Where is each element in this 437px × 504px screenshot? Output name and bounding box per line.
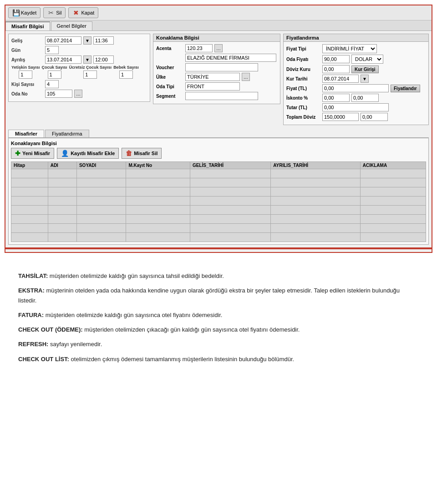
oda-no-browse[interactable]: … [74,90,82,98]
save-button[interactable]: 💾 Kaydet [8,7,41,18]
term-ekstra: EKSTRA: [18,287,45,294]
hotel-window: 💾 Kaydet ✂ Sil ✖ Kapat Misafir Bilgisi G… [5,5,432,253]
col-mkayitno: M.Kayıt No [126,162,190,169]
oda-no-input[interactable] [45,90,72,98]
acenta-name-row [156,54,277,62]
toplam-doviz-row: Toplam Döviz [286,113,426,121]
term-checkout-list: CHECK OUT LİST: [18,356,69,363]
form-area: Geliş ▼ Gün [5,31,432,247]
gun-input[interactable] [45,46,59,54]
table-row [11,178,426,187]
toolbar: 💾 Kaydet ✂ Sil ✖ Kapat [5,5,432,20]
close-icon: ✖ [72,9,80,16]
toplam-doviz-label: Toplam Döviz [286,115,320,120]
doviz-kuru-input[interactable] [322,65,350,73]
fiyat-tipi-select[interactable]: İNDİRİMLİ FİYAT [322,44,377,53]
gelis-row: Geliş ▼ [11,36,147,45]
delete-icon: ✂ [47,9,55,16]
oda-fiyati-input[interactable] [322,55,350,63]
tab-misafir-bilgisi[interactable]: Misafir Bilgisi [5,21,50,30]
kur-girisi-button[interactable]: Kur Girişi [351,66,379,73]
fiyat-tl-input[interactable] [322,84,389,92]
left-column: Geliş ▼ Gün [8,34,150,128]
gelis-date-picker[interactable]: ▼ [83,36,91,45]
segment-input[interactable] [185,92,258,100]
delete-button[interactable]: ✂ Sil [43,7,66,18]
guest-table-header-row: Hitap ADI SOYADI M.Kayıt No GELİS_TARİHİ… [11,162,426,169]
term-fatura: FATURA: [18,312,44,318]
ulke-input[interactable] [185,73,240,81]
voucher-input[interactable] [185,63,258,71]
red-bar-bottom [5,247,432,249]
acenta-browse[interactable]: … [214,44,223,52]
konaklama-title: Konaklama Bilgisi [153,34,280,42]
ucretsiz-input[interactable] [83,71,97,79]
toplam-doviz-input[interactable] [322,113,359,121]
toplam-doviz-input2[interactable] [361,113,388,121]
plus-icon: ✚ [15,150,20,157]
fiyat-tipi-label: Fiyat Tipi [286,46,320,51]
iskonto-input2[interactable] [351,94,379,102]
oda-no-label: Oda No [11,91,43,96]
text-content: TAHSİLAT: müşteriden otelimizde kaldığı … [5,267,432,373]
acenta-name-input[interactable] [185,54,276,62]
ucretsiz-count: Ücretsiz Çocuk Sayısı [69,65,112,79]
fiyat-panel: Fiyatlandırma Fiyat Tipi İNDİRİMLİ FİYAT [283,34,429,125]
gelis-time-input[interactable] [93,36,114,45]
segment-label: Segment [156,94,183,99]
ayrilik-date-picker[interactable]: ▼ [83,55,91,64]
tutar-tl-input[interactable] [322,103,389,111]
yeni-misafir-button[interactable]: ✚ Yeni Misafir [11,148,54,159]
user-icon: 👤 [61,150,69,157]
guest-table-body [11,169,426,242]
kisi-input[interactable] [45,80,59,88]
col-soyadi: SOYADI [76,162,126,169]
ayrilik-time-input[interactable] [93,55,114,64]
bebek-input[interactable] [119,71,133,79]
kur-tarihi-picker[interactable]: ▼ [361,75,369,83]
iskonto-input[interactable] [322,94,350,102]
konaklayanlar-title: Konaklayanı Bilgisi [11,141,426,146]
delete-label: Sil [56,10,61,15]
gelis-label: Geliş [11,38,43,43]
ucretsiz-label: Ücretsiz Çocuk Sayısı [69,65,112,70]
term-tahsilat: TAHSİLAT: [18,272,48,279]
fiyat-body: Fiyat Tipi İNDİRİMLİ FİYAT Oda Fiyatı [284,42,428,125]
ayrilik-date-input[interactable] [45,55,81,64]
oda-no-row: Oda No … [11,90,147,98]
main-tab-bar: Misafir Bilgisi Genel Bilgiler [5,20,432,31]
misafir-sil-button[interactable]: 🗑 Misafir Sil [122,148,162,159]
table-row [11,197,426,206]
trash-icon: 🗑 [126,150,132,157]
cocuk-input[interactable] [48,71,61,79]
kur-tarihi-input[interactable] [322,75,359,83]
ulke-row: Ülke … [156,73,277,81]
right-column: Fiyatlandırma Fiyat Tipi İNDİRİMLİ FİYAT [283,34,429,128]
segment-row: Segment [156,92,277,100]
oda-fiyati-currency[interactable]: DOLAR [351,55,383,64]
top-section: Geliş ▼ Gün [8,34,429,128]
konaklama-body: Acenta … Voucher [153,42,280,104]
oda-tipi-input[interactable] [185,82,240,91]
gun-label: Gün [11,48,43,53]
desc-checkout: müşteriden otelimizden çıkacağı gün kald… [84,326,300,333]
table-row [11,169,426,178]
save-label: Kaydet [21,10,36,15]
yetiskin-input[interactable] [19,71,32,79]
ulke-browse[interactable]: … [242,73,250,81]
tab-genel-bilgiler[interactable]: Genel Bilgiler [51,21,92,30]
tab-misafirler[interactable]: Misafirler [8,130,44,137]
tab-fiyatlandirma[interactable]: Fiyatlandırma [45,130,89,137]
kayitli-misafir-button[interactable]: 👤 Kayıtlı Misafir Ekle [57,148,119,159]
gelis-date-input[interactable] [45,36,81,45]
table-row [11,224,426,233]
fiyatlandir-button[interactable]: Fiyatlandır [391,85,420,92]
yetiskin-count: Yetişkin Sayısı [11,65,40,79]
gun-row: Gün [11,46,147,54]
voucher-row: Voucher [156,63,277,71]
acenta-code-input[interactable] [185,44,213,52]
close-button[interactable]: ✖ Kapat [68,7,98,18]
guest-table: Hitap ADI SOYADI M.Kayıt No GELİS_TARİHİ… [11,161,426,242]
text-refresh: REFRESH: sayfayı yenilemedir. [18,339,419,349]
yetiskin-label: Yetişkin Sayısı [11,65,40,70]
